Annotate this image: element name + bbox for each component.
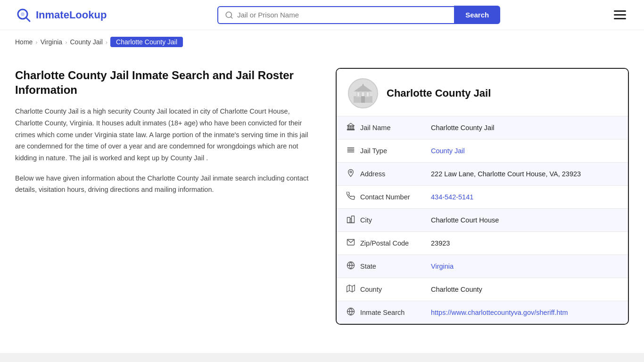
- row-label-cell: Zip/Postal Code: [337, 232, 421, 255]
- search-area: Search: [217, 6, 500, 24]
- svg-line-4: [231, 16, 232, 18]
- description-1: Charlotte County Jail is a high security…: [15, 106, 317, 164]
- row-icon: [346, 284, 355, 295]
- facility-image: [352, 82, 374, 105]
- svg-rect-25: [350, 219, 352, 222]
- logo-icon: [15, 7, 32, 24]
- row-icon: [346, 146, 355, 156]
- footer-bar: [0, 353, 644, 362]
- row-label: City: [360, 216, 372, 224]
- row-label-cell: Jail Name: [337, 116, 421, 140]
- row-value-text: Charlotte Court House: [421, 209, 628, 232]
- search-input-wrap: [217, 6, 454, 24]
- row-icon: [346, 238, 355, 248]
- search-button[interactable]: Search: [454, 6, 500, 24]
- row-value-link[interactable]: Virginia: [431, 263, 454, 270]
- page-title: Charlotte County Jail Inmate Search and …: [15, 68, 317, 97]
- svg-point-22: [350, 171, 352, 173]
- row-value-cell[interactable]: 434-542-5141: [421, 186, 628, 209]
- row-value-link[interactable]: County Jail: [431, 147, 465, 155]
- breadcrumb-type[interactable]: County Jail: [70, 38, 102, 46]
- svg-point-2: [21, 12, 25, 16]
- row-icon: [346, 261, 355, 272]
- table-row: Contact Number434-542-5141: [337, 186, 628, 209]
- svg-line-1: [26, 17, 30, 21]
- search-input[interactable]: [237, 11, 447, 19]
- hamburger-line-2: [614, 14, 626, 16]
- header: InmateLookup Search: [0, 0, 644, 30]
- svg-rect-9: [357, 92, 359, 96]
- row-label-cell: Inmate Search: [337, 301, 421, 324]
- row-label: State: [360, 263, 376, 270]
- main-content: Charlotte County Jail Inmate Search and …: [0, 54, 644, 344]
- table-row: CityCharlotte Court House: [337, 209, 628, 232]
- hamburger-line-1: [614, 10, 626, 12]
- table-row: Jail NameCharlotte County Jail: [337, 116, 628, 140]
- svg-rect-16: [353, 126, 354, 129]
- svg-rect-24: [352, 216, 355, 222]
- row-label-cell: State: [337, 255, 421, 278]
- row-value-text: 222 Law Lane, Charlotte Court House, VA,…: [421, 163, 628, 186]
- row-value-text: Charlotte County: [421, 278, 628, 301]
- breadcrumb: Home › Virginia › County Jail › Charlott…: [0, 30, 644, 54]
- row-label: Inmate Search: [360, 309, 405, 316]
- row-icon: [346, 169, 355, 179]
- row-value-cell[interactable]: Virginia: [421, 255, 628, 278]
- svg-rect-10: [362, 92, 364, 96]
- svg-rect-11: [367, 92, 369, 96]
- table-row: CountyCharlotte County: [337, 278, 628, 301]
- hamburger-line-3: [614, 18, 626, 19]
- search-icon: [225, 11, 233, 19]
- table-row: Jail TypeCounty Jail: [337, 140, 628, 163]
- info-card: Charlotte County Jail Jail NameCharlotte…: [336, 68, 629, 325]
- svg-marker-7: [354, 85, 372, 91]
- row-icon: [346, 307, 355, 318]
- facility-name: Charlotte County Jail: [387, 87, 491, 99]
- info-table: Jail NameCharlotte County JailJail TypeC…: [337, 116, 628, 324]
- row-label-cell: Jail Type: [337, 140, 421, 163]
- svg-rect-15: [350, 126, 351, 129]
- row-label: Jail Name: [360, 124, 390, 132]
- row-label: Zip/Postal Code: [360, 239, 409, 247]
- row-value-text: Charlotte County Jail: [421, 116, 628, 140]
- row-icon: [346, 215, 355, 225]
- svg-rect-23: [347, 217, 350, 222]
- row-label: Jail Type: [360, 147, 387, 155]
- facility-avatar: [348, 78, 378, 108]
- svg-marker-17: [347, 123, 355, 126]
- table-row: StateVirginia: [337, 255, 628, 278]
- row-value-cell[interactable]: https://www.charlottecountyva.gov/sherif…: [421, 301, 628, 324]
- table-row: Inmate Searchhttps://www.charlottecounty…: [337, 301, 628, 324]
- right-column: Charlotte County Jail Jail NameCharlotte…: [336, 68, 629, 325]
- row-value-cell[interactable]: County Jail: [421, 140, 628, 163]
- breadcrumb-sep-1: ›: [35, 39, 37, 46]
- table-row: Zip/Postal Code23923: [337, 232, 628, 255]
- row-label-cell: City: [337, 209, 421, 232]
- svg-marker-30: [347, 285, 355, 292]
- row-label-cell: Address: [337, 163, 421, 186]
- description-2: Below we have given information about th…: [15, 173, 317, 196]
- breadcrumb-current: Charlotte County Jail: [110, 37, 183, 47]
- left-column: Charlotte County Jail Inmate Search and …: [15, 68, 317, 204]
- row-label-cell: County: [337, 278, 421, 301]
- table-row: Address222 Law Lane, Charlotte Court Hou…: [337, 163, 628, 186]
- row-value-link[interactable]: https://www.charlottecountyva.gov/sherif…: [431, 309, 568, 316]
- info-card-header: Charlotte County Jail: [337, 69, 628, 116]
- svg-rect-8: [361, 96, 365, 103]
- breadcrumb-home[interactable]: Home: [15, 38, 33, 46]
- breadcrumb-sep-2: ›: [65, 39, 67, 46]
- row-label: County: [360, 286, 382, 293]
- row-icon: [346, 123, 355, 133]
- logo-text: InmateLookup: [36, 9, 107, 21]
- row-label: Address: [360, 170, 385, 178]
- row-label-cell: Contact Number: [337, 186, 421, 209]
- breadcrumb-sep-3: ›: [106, 39, 107, 46]
- svg-rect-14: [348, 126, 349, 129]
- breadcrumb-state[interactable]: Virginia: [41, 38, 62, 46]
- logo[interactable]: InmateLookup: [15, 7, 107, 24]
- row-value-link[interactable]: 434-542-5141: [431, 193, 473, 201]
- row-icon: [346, 192, 355, 202]
- row-value-text: 23923: [421, 232, 628, 255]
- menu-button[interactable]: [611, 8, 629, 22]
- row-label: Contact Number: [360, 193, 410, 201]
